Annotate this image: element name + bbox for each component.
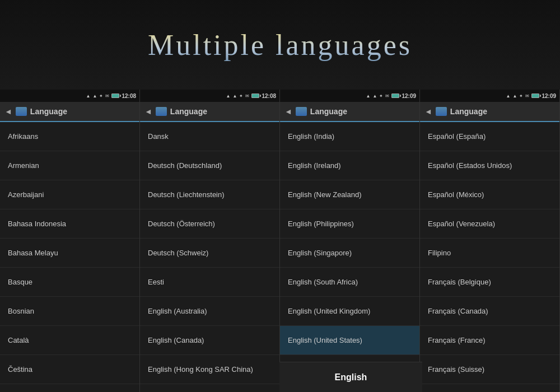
banner: Multiple languages: [0, 0, 560, 90]
time-4: 12:09: [542, 93, 556, 99]
list-item[interactable]: Español (Venezuela): [420, 209, 559, 239]
bt-icon-3: ✦: [379, 94, 383, 99]
list-item[interactable]: English (Singapore): [280, 239, 419, 268]
list-item[interactable]: English (India): [280, 122, 419, 151]
selected-language-bar: English: [279, 362, 422, 392]
action-title-4: Language: [450, 107, 487, 116]
bt-icon-4: ✦: [519, 94, 523, 99]
status-bar-4: ▲ ▲ ✦ ✉ 12:09: [420, 90, 559, 102]
language-list-3: English (India) English (Ireland) Englis…: [280, 122, 419, 392]
battery-icon-4: [531, 94, 539, 98]
phone-panel-1: ▲ ▲ ✦ ✉ 12:08 ◄ Language Afrikaans Armen…: [0, 90, 140, 392]
list-item[interactable]: Español (Estados Unidos): [420, 151, 559, 180]
bt-icon-1: ✦: [99, 94, 103, 99]
time-2: 12:08: [262, 93, 276, 99]
list-item[interactable]: Español (México): [420, 180, 559, 209]
time-3: 12:09: [402, 93, 416, 99]
app-icon-3: [296, 107, 307, 116]
back-icon-4[interactable]: ◄: [424, 107, 432, 116]
list-item[interactable]: Filipino: [420, 239, 559, 268]
list-item[interactable]: Bahasa Indonesia: [0, 209, 139, 239]
list-item[interactable]: Español (España): [420, 122, 559, 151]
list-item[interactable]: English (New Zealand): [280, 180, 419, 209]
action-title-1: Language: [30, 107, 67, 116]
time-1: 12:08: [122, 93, 136, 99]
msg-icon-3: ✉: [385, 94, 389, 99]
app-icon-1: [16, 107, 27, 116]
list-item[interactable]: Français (Canada): [420, 297, 559, 326]
screens-container: ▲ ▲ ✦ ✉ 12:08 ◄ Language Afrikaans Armen…: [0, 90, 560, 392]
list-item[interactable]: Eesti: [140, 268, 279, 297]
list-item[interactable]: Deutsch (Schweiz): [140, 239, 279, 268]
back-icon-3[interactable]: ◄: [284, 107, 292, 116]
action-title-2: Language: [170, 107, 207, 116]
wifi-icon-4: ▲: [513, 94, 517, 99]
app-icon-2: [156, 107, 167, 116]
phone-panel-2: ▲ ▲ ✦ ✉ 12:08 ◄ Language Dansk Deutsch (…: [140, 90, 280, 392]
status-bar-2: ▲ ▲ ✦ ✉ 12:08: [140, 90, 279, 102]
action-bar-4: ◄ Language: [420, 102, 559, 122]
list-item[interactable]: English (Hong Kong SAR China): [140, 355, 279, 384]
signal-icon-1: ▲: [86, 94, 91, 99]
language-list-2: Dansk Deutsch (Deutschland) Deutsch (Lie…: [140, 122, 279, 392]
action-bar-1: ◄ Language: [0, 102, 139, 122]
list-item[interactable]: Français (France): [420, 326, 559, 355]
bt-icon-2: ✦: [239, 94, 243, 99]
list-item[interactable]: Afrikaans: [0, 122, 139, 151]
app-icon-4: [436, 107, 447, 116]
back-icon-1[interactable]: ◄: [4, 107, 12, 116]
list-item[interactable]: English (Canada): [140, 326, 279, 355]
signal-icon-2: ▲: [226, 94, 231, 99]
list-item[interactable]: Deutsch (Deutschland): [140, 151, 279, 180]
list-item[interactable]: Azerbaijani: [0, 180, 139, 209]
back-icon-2[interactable]: ◄: [144, 107, 152, 116]
list-item[interactable]: English (Philippines): [280, 209, 419, 239]
action-bar-2: ◄ Language: [140, 102, 279, 122]
list-item[interactable]: Français (Belgique): [420, 268, 559, 297]
battery-icon-3: [391, 94, 399, 98]
msg-icon-4: ✉: [525, 94, 529, 99]
msg-icon-1: ✉: [105, 94, 109, 99]
phone-panel-3: ▲ ▲ ✦ ✉ 12:09 ◄ Language English (India)…: [280, 90, 420, 392]
list-item-selected[interactable]: English (United States): [280, 326, 419, 355]
list-item[interactable]: English (Australia): [140, 297, 279, 326]
wifi-icon-3: ▲: [373, 94, 377, 99]
signal-icon-3: ▲: [366, 94, 371, 99]
wifi-icon-2: ▲: [233, 94, 237, 99]
list-item[interactable]: English (South Africa): [280, 268, 419, 297]
list-item[interactable]: Deutsch (Österreich): [140, 209, 279, 239]
battery-icon-1: [111, 94, 119, 98]
banner-title: Multiple languages: [148, 29, 412, 62]
list-item[interactable]: English (Ireland): [280, 151, 419, 180]
list-item[interactable]: Français (Suisse): [420, 355, 559, 384]
list-item[interactable]: Basque: [0, 268, 139, 297]
msg-icon-2: ✉: [245, 94, 249, 99]
list-item[interactable]: English (United Kingdom): [280, 297, 419, 326]
language-list-4: Español (España) Español (Estados Unidos…: [420, 122, 559, 392]
action-title-3: Language: [310, 107, 347, 116]
battery-icon-2: [251, 94, 259, 98]
status-bar-1: ▲ ▲ ✦ ✉ 12:08: [0, 90, 139, 102]
status-bar-3: ▲ ▲ ✦ ✉ 12:09: [280, 90, 419, 102]
list-item[interactable]: Bahasa Melayu: [0, 239, 139, 268]
list-item[interactable]: Bosnian: [0, 297, 139, 326]
selected-language-text: English: [335, 372, 367, 382]
language-list-1: Afrikaans Armenian Azerbaijani Bahasa In…: [0, 122, 139, 392]
list-item[interactable]: Armenian: [0, 151, 139, 180]
action-bar-3: ◄ Language: [280, 102, 419, 122]
list-item[interactable]: Català: [0, 326, 139, 355]
phone-panel-4: ▲ ▲ ✦ ✉ 12:09 ◄ Language Español (España…: [420, 90, 560, 392]
list-item[interactable]: Deutsch (Liechtenstein): [140, 180, 279, 209]
list-item[interactable]: Dansk: [140, 122, 279, 151]
signal-icon-4: ▲: [506, 94, 511, 99]
wifi-icon-1: ▲: [93, 94, 97, 99]
list-item[interactable]: Čeština: [0, 355, 139, 384]
